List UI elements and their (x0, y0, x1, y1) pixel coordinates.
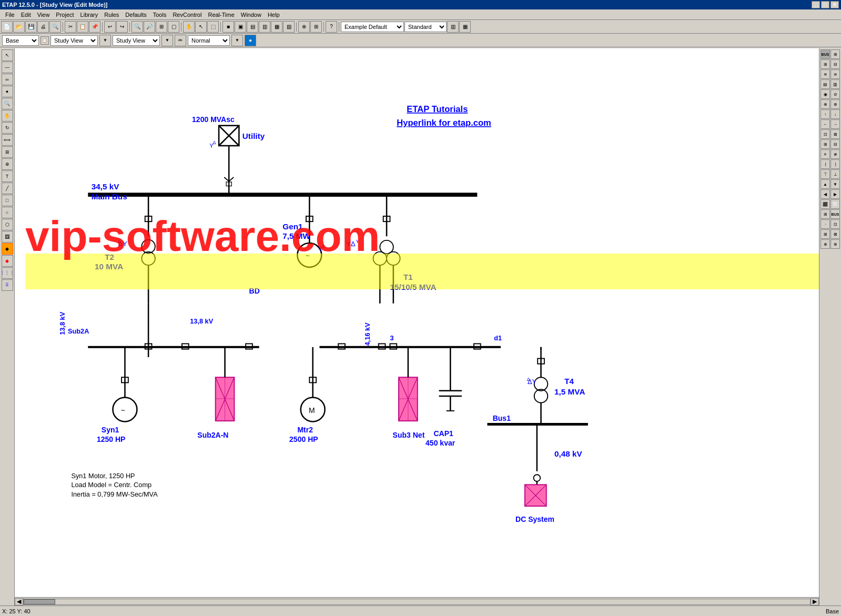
tb-btn-e[interactable]: ▦ (271, 21, 282, 33)
rt-btn-7a[interactable]: ← (820, 119, 830, 129)
menu-realtime[interactable]: Real-Time (205, 11, 237, 18)
lt-circle[interactable]: ○ (2, 207, 13, 218)
menu-tools[interactable]: Tools (150, 11, 170, 18)
profile-select[interactable]: Example Default (341, 22, 404, 32)
maximize-button[interactable]: □ (821, 1, 829, 8)
lt-wire[interactable]: — (2, 62, 13, 73)
lt-mirror[interactable]: ⟺ (2, 134, 13, 146)
rt-btn-13b[interactable]: ▼ (830, 179, 840, 189)
lt-dots2[interactable]: ⠿ (2, 279, 13, 291)
standard-select[interactable]: Standard (404, 22, 447, 32)
rt-btn-5b[interactable]: ⊗ (830, 99, 840, 109)
menu-defaults[interactable]: Defaults (122, 11, 149, 18)
menu-revcontrol[interactable]: RevControl (169, 11, 205, 18)
rt-btn-9b[interactable]: ⊟ (830, 139, 840, 149)
zoom-in-button[interactable]: 🔍 (131, 21, 143, 33)
rt-btn-2a[interactable]: ≋ (820, 69, 830, 79)
h-scrollbar-thumb[interactable] (24, 599, 55, 604)
lt-pan[interactable]: ✋ (2, 110, 13, 122)
tb-btn-h[interactable]: ▦ (459, 21, 471, 33)
lt-text[interactable]: T (2, 170, 13, 182)
normal-select[interactable]: Normal (188, 35, 230, 46)
rt-btn-8a[interactable]: ⊡ (820, 129, 830, 139)
rt-btn-13a[interactable]: ▲ (820, 179, 830, 189)
study-view-select2[interactable]: Study View (113, 35, 160, 46)
tb-btn-b[interactable]: ▣ (235, 21, 246, 33)
rt-btn-4a[interactable]: ◉ (820, 89, 830, 99)
snap-button[interactable]: ⊕ (298, 21, 310, 33)
fit-button[interactable]: ⊞ (156, 21, 167, 33)
menu-project[interactable]: Project (53, 11, 77, 18)
menu-rules[interactable]: Rules (101, 11, 122, 18)
rt-btn-11a[interactable]: ⟨ (820, 159, 830, 169)
copy-button[interactable]: 📋 (77, 21, 88, 33)
rt-btn-10a[interactable]: ≡ (820, 149, 830, 159)
select-button[interactable]: ↖ (195, 21, 207, 33)
rt-btn-16a[interactable]: ⊞ (820, 209, 830, 219)
lt-snap[interactable]: ⊕ (2, 158, 13, 170)
study-arrow-button[interactable]: ▼ (99, 35, 111, 46)
tb-btn-f[interactable]: ▧ (283, 21, 295, 33)
minimize-button[interactable]: _ (812, 1, 820, 8)
scroll-right-button[interactable]: ▶ (810, 598, 819, 605)
rt-btn-12b[interactable]: ⊥ (830, 169, 840, 179)
help-button[interactable]: ? (326, 21, 337, 33)
rt-btn-14a[interactable]: ◀ (820, 189, 830, 199)
lt-polygon[interactable]: ⬡ (2, 219, 13, 230)
tb-btn-a[interactable]: ■ (222, 21, 234, 33)
lt-zoom[interactable]: 🔍 (2, 98, 13, 109)
lt-rect[interactable]: □ (2, 195, 13, 206)
print-button[interactable]: 🖨 (37, 21, 49, 33)
rt-btn-9a[interactable]: ⊞ (820, 139, 830, 149)
undo-button[interactable]: ↩ (104, 21, 116, 33)
menu-file[interactable]: File (2, 11, 18, 18)
rt-btn-1a[interactable]: ⊞ (820, 59, 830, 69)
new-button[interactable]: 📄 (1, 21, 13, 33)
lt-select[interactable]: ↖ (2, 49, 13, 61)
lt-bus[interactable]: ═ (2, 74, 13, 85)
pan-button[interactable]: ✋ (183, 21, 195, 33)
save-button[interactable]: 💾 (25, 21, 37, 33)
rt-btn-6a[interactable]: ↑ (820, 109, 830, 119)
close-button[interactable]: ✕ (830, 1, 839, 8)
star-button[interactable]: ★ (245, 35, 256, 46)
rt-btn-5a[interactable]: ⊕ (820, 99, 830, 109)
menu-library[interactable]: Library (77, 11, 102, 18)
base-select[interactable]: Base (2, 35, 39, 46)
redo-button[interactable]: ↪ (116, 21, 128, 33)
zoom-window-button[interactable]: ▢ (168, 21, 179, 33)
rt-bus-btn[interactable]: ⊞ (830, 49, 840, 59)
tb-btn-c[interactable]: ▤ (247, 21, 258, 33)
lt-dots[interactable]: ⋮⋮⋮ (2, 267, 13, 279)
lt-line[interactable]: ╱ (2, 183, 13, 194)
rt-btn-18b[interactable]: ⊠ (830, 229, 840, 239)
rt-btn-10b[interactable]: ≢ (830, 149, 840, 159)
rt-btn-3b[interactable]: ▥ (830, 79, 840, 89)
rt-btn-2b[interactable]: ≌ (830, 69, 840, 79)
menu-edit[interactable]: Edit (18, 11, 34, 18)
rt-btn-16b[interactable]: BUS (830, 209, 840, 219)
open-button[interactable]: 📂 (13, 21, 25, 33)
h-scrollbar[interactable]: ◀ ▶ (15, 597, 819, 605)
menu-help[interactable]: Help (265, 11, 283, 18)
cut-button[interactable]: ✂ (65, 21, 76, 33)
lt-diamond[interactable]: ◆ (2, 255, 13, 267)
config-button[interactable]: 📋 (40, 36, 49, 45)
scroll-left-button[interactable]: ◀ (15, 598, 23, 605)
select2-button[interactable]: ⬚ (207, 21, 219, 33)
paste-button[interactable]: 📌 (89, 21, 100, 33)
lt-color[interactable]: ◆ (2, 243, 13, 255)
lt-image[interactable]: 🖼 (2, 231, 13, 243)
rt-btn-15b[interactable]: ⬜ (830, 199, 840, 209)
tb-btn-d[interactable]: ▥ (259, 21, 270, 33)
grid-button[interactable]: ⊞ (310, 21, 322, 33)
rt-btn-7b[interactable]: → (830, 119, 840, 129)
rt-btn-18a[interactable]: ⊞ (820, 229, 830, 239)
rt-btn-4b[interactable]: ⊘ (830, 89, 840, 99)
pencil-button[interactable]: ✏ (175, 35, 186, 46)
rt-btn-19a[interactable]: ⊕ (820, 239, 830, 249)
rt-btn-19b[interactable]: ⊗ (830, 239, 840, 249)
preview-button[interactable]: 🔍 (49, 21, 61, 33)
rt-btn-14b[interactable]: ▶ (830, 189, 840, 199)
h-scrollbar-track[interactable] (23, 599, 810, 605)
